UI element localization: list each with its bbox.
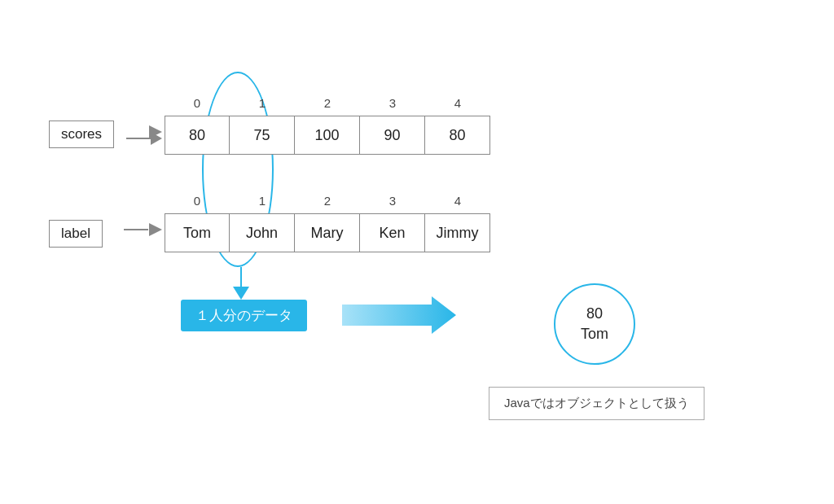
label-label-box: label <box>49 220 103 248</box>
labels-cell-3: Ken <box>360 213 425 252</box>
label-arrow-head <box>149 223 164 238</box>
scores-cell-1: 75 <box>230 116 295 155</box>
svg-marker-0 <box>149 125 162 138</box>
java-note-box: Javaではオブジェクトとして扱う <box>489 387 705 420</box>
scores-array-row: 80 75 100 90 80 <box>165 116 490 155</box>
labels-index-3: 3 <box>360 194 425 208</box>
labels-cell-1: John <box>230 213 295 252</box>
circle-line2: Tom <box>581 324 608 344</box>
blue-label-text: １人分のデータ <box>195 308 292 323</box>
scores-cell-3: 90 <box>360 116 425 155</box>
scores-cell-2: 100 <box>295 116 360 155</box>
scores-index-4: 4 <box>425 96 490 110</box>
blue-label-box: １人分のデータ <box>181 300 307 331</box>
labels-array-row: Tom John Mary Ken Jimmy <box>165 213 490 252</box>
labels-cell-4: Jimmy <box>425 213 490 252</box>
scores-index-2: 2 <box>295 96 360 110</box>
labels-index-0: 0 <box>165 194 230 208</box>
arrow-down-to-label <box>233 267 249 300</box>
labels-index-row: 0 1 2 3 4 <box>165 194 490 208</box>
labels-index-4: 4 <box>425 194 490 208</box>
circle-result: 80 Tom <box>554 283 635 365</box>
scores-index-3: 3 <box>360 96 425 110</box>
scores-arrow-head <box>149 125 164 140</box>
java-note-text: Javaではオブジェクトとして扱う <box>504 396 689 410</box>
labels-index-1: 1 <box>230 194 295 208</box>
labels-cell-0: Tom <box>165 213 230 252</box>
labels-index-2: 2 <box>295 194 360 208</box>
svg-marker-1 <box>149 223 162 236</box>
scores-label-box: scores <box>49 121 114 148</box>
diagram-container: scores 0 1 2 3 4 80 75 100 90 80 label 0… <box>0 0 834 504</box>
scores-index-1: 1 <box>230 96 295 110</box>
scores-index-row: 0 1 2 3 4 <box>165 96 490 110</box>
scores-label-text: scores <box>61 126 102 142</box>
gradient-arrow <box>342 296 456 337</box>
scores-cell-0: 80 <box>165 116 230 155</box>
label-label-text: label <box>61 226 90 241</box>
labels-cell-2: Mary <box>295 213 360 252</box>
label-arrow-line <box>124 229 148 230</box>
scores-index-0: 0 <box>165 96 230 110</box>
circle-line1: 80 <box>586 304 603 324</box>
scores-cell-4: 80 <box>425 116 490 155</box>
svg-marker-2 <box>342 296 456 334</box>
